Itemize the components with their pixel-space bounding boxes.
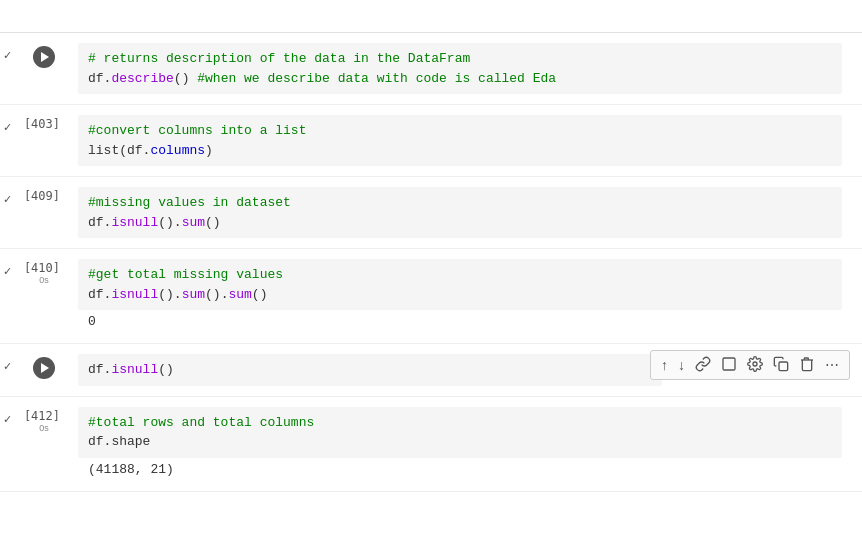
code-block[interactable]: df.isnull() (78, 354, 662, 386)
cell-output: (41188, 21) (78, 458, 842, 481)
cell-number: [409] (22, 187, 66, 203)
toolbar-move-down-button[interactable]: ↓ (676, 357, 687, 373)
cell-check-icon: ✓ (3, 49, 12, 62)
code-block[interactable]: #missing values in datasetdf.isnull().su… (78, 187, 842, 238)
cell-content: #missing values in datasetdf.isnull().su… (74, 183, 862, 242)
toolbar-box-button[interactable] (719, 355, 739, 375)
toolbar-link-button[interactable] (693, 355, 713, 375)
run-button[interactable] (33, 46, 55, 68)
cell-number: [412] (22, 407, 66, 423)
cell-output: 0 (78, 310, 842, 333)
cell-cell-4: ✓[410]0s#get total missing valuesdf.isnu… (0, 249, 862, 344)
toolbar-delete-button[interactable] (797, 355, 817, 375)
notebook-title (0, 0, 862, 33)
cell-number: [403] (22, 115, 66, 131)
toolbar-settings-button[interactable] (745, 355, 765, 375)
cell-cell-2: ✓[403]#convert columns into a listlist(d… (0, 105, 862, 177)
code-block[interactable]: #get total missing valuesdf.isnull().sum… (78, 259, 842, 310)
cell-number-sub: 0s (39, 275, 49, 285)
cell-cell-3: ✓[409]#missing values in datasetdf.isnul… (0, 177, 862, 249)
cells-container: ✓# returns description of the data in th… (0, 33, 862, 492)
cell-check-icon: ✓ (3, 265, 12, 278)
cell-content: #convert columns into a listlist(df.colu… (74, 111, 862, 170)
code-block[interactable]: #total rows and total columnsdf.shape (78, 407, 842, 458)
cell-toolbar: ↑↓⋯ (650, 350, 850, 380)
toolbar-more-button[interactable]: ⋯ (823, 357, 841, 373)
cell-content: # returns description of the data in the… (74, 39, 862, 98)
cell-check-icon: ✓ (3, 121, 12, 134)
cell-check-icon: ✓ (3, 413, 12, 426)
cell-content: #get total missing valuesdf.isnull().sum… (74, 255, 862, 337)
svg-rect-0 (723, 358, 735, 370)
cell-number: [410] (22, 259, 66, 275)
svg-point-1 (753, 362, 757, 366)
toolbar-move-up-button[interactable]: ↑ (659, 357, 670, 373)
toolbar-copy-button[interactable] (771, 355, 791, 375)
svg-rect-2 (779, 362, 788, 371)
cell-number-sub: 0s (39, 423, 49, 433)
code-block[interactable]: # returns description of the data in the… (78, 43, 842, 94)
cell-check-icon: ✓ (3, 360, 12, 373)
cell-cell-6: ✓[412]0s#total rows and total columnsdf.… (0, 397, 862, 492)
cell-cell-5: ✓df.isnull()↑↓⋯ (0, 344, 862, 397)
cell-check-icon: ✓ (3, 193, 12, 206)
code-block[interactable]: #convert columns into a listlist(df.colu… (78, 115, 842, 166)
cell-content: #total rows and total columnsdf.shape(41… (74, 403, 862, 485)
cell-cell-1: ✓# returns description of the data in th… (0, 33, 862, 105)
run-button[interactable] (33, 357, 55, 379)
